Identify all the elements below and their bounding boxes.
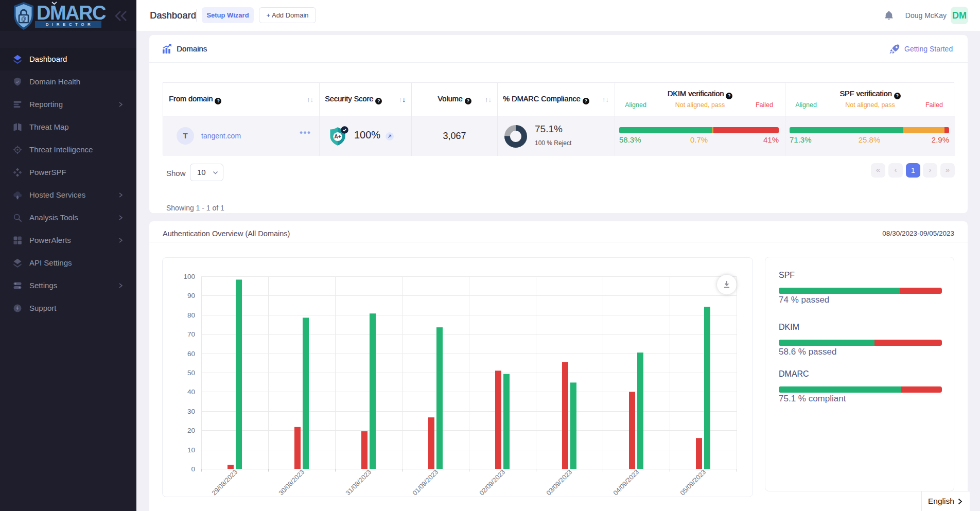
svg-text:20: 20 (187, 427, 195, 434)
svg-text:29/08/2023: 29/08/2023 (210, 468, 239, 497)
svg-text:80: 80 (187, 311, 195, 319)
svg-text:60: 60 (187, 350, 195, 358)
svg-text:01/09/2023: 01/09/2023 (411, 468, 440, 497)
svg-text:90: 90 (187, 292, 195, 299)
svg-text:02/09/2023: 02/09/2023 (478, 468, 506, 497)
svg-text:10: 10 (187, 446, 195, 454)
svg-text:A+: A+ (334, 133, 341, 139)
svg-text:50: 50 (187, 369, 195, 377)
svg-text:04/09/2023: 04/09/2023 (611, 468, 640, 497)
svg-text:0: 0 (191, 465, 195, 473)
svg-text:31/08/2023: 31/08/2023 (344, 468, 373, 497)
svg-text:03/09/2023: 03/09/2023 (545, 468, 573, 497)
svg-text:30/08/2023: 30/08/2023 (277, 468, 306, 497)
svg-text:@: @ (21, 16, 26, 22)
svg-text:100: 100 (183, 273, 195, 280)
svg-text:40: 40 (187, 388, 195, 396)
svg-text:05/09/2023: 05/09/2023 (678, 468, 707, 497)
svg-text:30: 30 (187, 408, 195, 415)
svg-text:70: 70 (187, 330, 195, 338)
